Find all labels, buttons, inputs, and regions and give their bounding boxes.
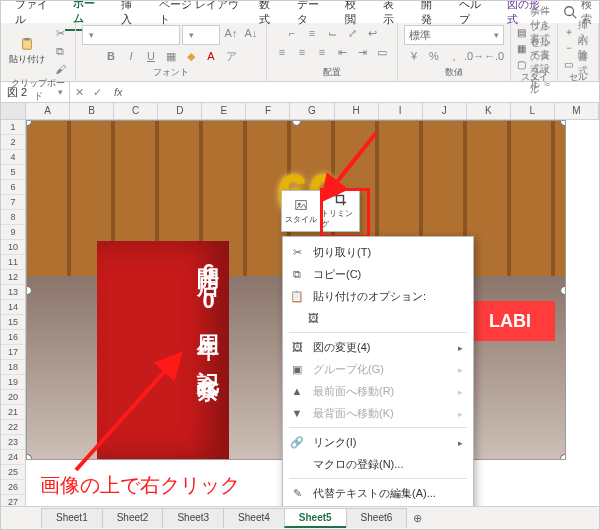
align-middle-icon[interactable]: ≡ (303, 25, 321, 41)
menu-paste-picture[interactable]: 🖼 (283, 307, 473, 329)
col-header[interactable]: J (423, 103, 467, 119)
row-header[interactable]: 18 (1, 360, 25, 375)
inc-decimal-icon[interactable]: .0→ (465, 48, 483, 64)
enter-icon[interactable]: ✓ (88, 84, 106, 100)
row-header[interactable]: 11 (1, 255, 25, 270)
row-header[interactable]: 7 (1, 195, 25, 210)
mini-style-button[interactable]: スタイル (282, 191, 320, 231)
orientation-icon[interactable]: ⤢ (343, 25, 361, 41)
menu-paste-options[interactable]: 📋貼り付けのオプション: (283, 285, 473, 307)
col-header[interactable]: L (511, 103, 555, 119)
col-header[interactable]: M (555, 103, 599, 119)
row-header[interactable]: 14 (1, 300, 25, 315)
col-header[interactable]: G (290, 103, 334, 119)
currency-icon[interactable]: ¥ (405, 48, 423, 64)
copy-icon[interactable]: ⧉ (51, 43, 69, 59)
col-header[interactable]: H (335, 103, 379, 119)
row-header[interactable]: 21 (1, 405, 25, 420)
resize-handle[interactable] (560, 120, 566, 126)
col-header[interactable]: F (246, 103, 290, 119)
phonetic-button[interactable]: ア (222, 48, 240, 64)
font-size-combo[interactable]: ▾ (182, 25, 220, 45)
dec-decimal-icon[interactable]: ←.0 (485, 48, 503, 64)
align-right-icon[interactable]: ≡ (313, 44, 331, 60)
sheet-tab[interactable]: Sheet1 (41, 508, 103, 528)
bold-button[interactable]: B (102, 48, 120, 64)
resize-handle[interactable] (560, 454, 566, 460)
cell-styles-button[interactable]: ▢セルのスタイル ∼ (517, 57, 551, 71)
sheet-tab[interactable]: Sheet3 (162, 508, 224, 528)
indent-inc-icon[interactable]: ⇥ (353, 44, 371, 60)
align-top-icon[interactable]: ⌐ (283, 25, 301, 41)
col-header[interactable]: A (26, 103, 70, 119)
comma-icon[interactable]: , (445, 48, 463, 64)
mini-crop-button[interactable]: トリミング (320, 191, 359, 231)
col-header[interactable]: K (467, 103, 511, 119)
row-header[interactable]: 9 (1, 225, 25, 240)
sheet-tab[interactable]: Sheet5 (284, 508, 347, 528)
cut-icon[interactable]: ✂ (51, 25, 69, 41)
row-header[interactable]: 6 (1, 180, 25, 195)
select-all-corner[interactable] (1, 103, 26, 119)
col-header[interactable]: B (70, 103, 114, 119)
row-header[interactable]: 17 (1, 345, 25, 360)
row-header[interactable]: 4 (1, 150, 25, 165)
menu-cut[interactable]: ✂切り取り(T) (283, 241, 473, 263)
resize-handle[interactable] (560, 286, 566, 295)
font-name-combo[interactable]: ▾ (82, 25, 180, 45)
row-header[interactable]: 19 (1, 375, 25, 390)
menu-link[interactable]: 🔗リンク(I) (283, 431, 473, 453)
row-header[interactable]: 24 (1, 450, 25, 465)
row-header[interactable]: 22 (1, 420, 25, 435)
wrap-text-icon[interactable]: ↩ (363, 25, 381, 41)
row-header[interactable]: 26 (1, 480, 25, 495)
menu-copy[interactable]: ⧉コピー(C) (283, 263, 473, 285)
col-header[interactable]: E (202, 103, 246, 119)
align-center-icon[interactable]: ≡ (293, 44, 311, 60)
sheet-tab[interactable]: Sheet2 (102, 508, 164, 528)
row-header[interactable]: 5 (1, 165, 25, 180)
row-header[interactable]: 1 (1, 120, 25, 135)
row-header[interactable]: 16 (1, 330, 25, 345)
row-header[interactable]: 23 (1, 435, 25, 450)
decrease-font-icon[interactable]: A↓ (242, 25, 260, 41)
increase-font-icon[interactable]: A↑ (222, 25, 240, 41)
sheet-tab[interactable]: Sheet4 (223, 508, 285, 528)
format-painter-icon[interactable]: 🖌 (51, 61, 69, 77)
context-menu: ✂切り取り(T) ⧉コピー(C) 📋貼り付けのオプション: 🖼 🖼図の変更(4)… (282, 236, 474, 530)
row-header[interactable]: 20 (1, 390, 25, 405)
menu-alt-text[interactable]: ✎代替テキストの編集(A)... (283, 482, 473, 504)
cancel-icon[interactable]: ✕ (70, 84, 88, 100)
row-header[interactable]: 8 (1, 210, 25, 225)
menu-change-picture[interactable]: 🖼図の変更(4) (283, 336, 473, 358)
align-left-icon[interactable]: ≡ (273, 44, 291, 60)
new-sheet-button[interactable]: ⊕ (406, 512, 428, 525)
row-header[interactable]: 13 (1, 285, 25, 300)
col-header[interactable]: D (158, 103, 202, 119)
paste-button[interactable]: 貼り付け (7, 37, 47, 66)
cells-area[interactable]: 60 開店60周年 記念祭 LABI スタイル (26, 120, 599, 512)
resize-handle[interactable] (26, 454, 32, 460)
merge-button[interactable]: ▭ (373, 44, 391, 60)
number-format-combo[interactable]: 標準▾ (404, 25, 504, 45)
menu-assign-macro[interactable]: マクロの登録(N)... (283, 453, 473, 475)
row-header[interactable]: 15 (1, 315, 25, 330)
row-header[interactable]: 12 (1, 270, 25, 285)
percent-icon[interactable]: % (425, 48, 443, 64)
row-header[interactable]: 25 (1, 465, 25, 480)
name-box[interactable]: 図 2▾ (1, 82, 70, 102)
fill-color-button[interactable]: ◆ (182, 48, 200, 64)
align-bottom-icon[interactable]: ⌙ (323, 25, 341, 41)
fx-icon[interactable]: fx (106, 86, 131, 98)
row-header[interactable]: 2 (1, 135, 25, 150)
col-header[interactable]: I (379, 103, 423, 119)
format-cells-button[interactable]: ▭書式 (564, 57, 592, 71)
italic-button[interactable]: I (122, 48, 140, 64)
border-button[interactable]: ▦ (162, 48, 180, 64)
col-header[interactable]: C (114, 103, 158, 119)
sheet-tab[interactable]: Sheet6 (346, 508, 408, 528)
row-header[interactable]: 10 (1, 240, 25, 255)
underline-button[interactable]: U (142, 48, 160, 64)
indent-dec-icon[interactable]: ⇤ (333, 44, 351, 60)
font-color-button[interactable]: A (202, 48, 220, 64)
